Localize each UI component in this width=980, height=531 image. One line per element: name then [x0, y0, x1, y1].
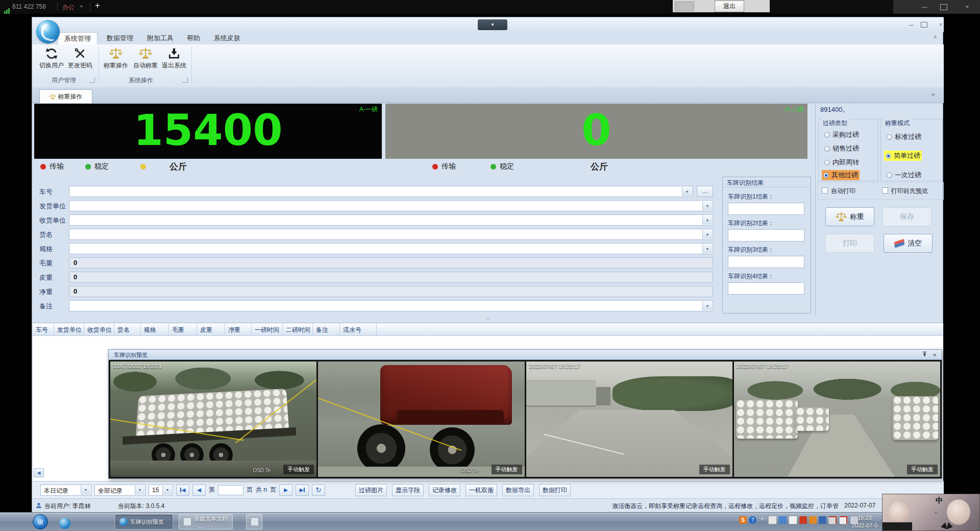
- preview-checkbox[interactable]: [882, 187, 888, 194]
- tray-window-icon[interactable]: [768, 516, 777, 524]
- plate-result-3-field[interactable]: [728, 256, 804, 268]
- tray-red-icon[interactable]: [799, 516, 807, 524]
- app-restore-icon[interactable]: [921, 22, 927, 28]
- goods-combo[interactable]: ▼: [69, 229, 713, 240]
- radio-simple-selected[interactable]: 简单过磅: [884, 151, 922, 161]
- clear-button[interactable]: 清空: [884, 234, 933, 253]
- radio-internal[interactable]: 内部周转: [823, 157, 861, 167]
- hscroll-left-button[interactable]: ◀: [34, 468, 44, 477]
- dropdown-arrow-icon[interactable]: ▼: [702, 230, 712, 239]
- manual-trigger-button[interactable]: 手动触发: [283, 465, 314, 474]
- plate-result-1-field[interactable]: [728, 203, 804, 215]
- col-net[interactable]: 净重: [225, 323, 252, 335]
- ribbon-collapse-icon[interactable]: ∧: [934, 34, 937, 39]
- dropdown-arrow-icon[interactable]: ▼: [702, 301, 712, 310]
- dropdown-arrow-icon[interactable]: ▼: [702, 215, 712, 225]
- camera-window-title[interactable]: 车牌识别预览: [109, 350, 942, 360]
- edit-record-button[interactable]: 记录修改: [429, 484, 460, 496]
- menu-tab-tools[interactable]: 附加工具: [142, 32, 178, 44]
- change-password-button[interactable]: 更改密码: [66, 46, 94, 76]
- auto-print-checkbox[interactable]: [822, 187, 828, 194]
- weigh-photos-button[interactable]: 过磅图片: [355, 484, 387, 496]
- app-minimize-icon[interactable]: —: [906, 21, 916, 29]
- next-page-button[interactable]: ▶: [279, 485, 292, 496]
- weigh-button[interactable]: 称重: [825, 207, 874, 226]
- range-filter-combo[interactable]: 本日记录 ▼: [40, 485, 91, 496]
- radio-standard[interactable]: 标准过磅: [885, 132, 923, 142]
- page-number-input[interactable]: [218, 485, 243, 495]
- radio-once[interactable]: 一次过磅: [885, 170, 923, 180]
- cloud-promo[interactable]: 激活衡器云，即刻享受称重记录远程查询，远程修改，远程定价，视频监控，订单管: [389, 502, 839, 511]
- tray-clock[interactable]: 15:23 2022-07-0: [848, 514, 881, 529]
- tray-qq-icon[interactable]: [819, 516, 826, 524]
- scope-filter-combo[interactable]: 全部记录 ▼: [94, 485, 145, 496]
- refresh-button[interactable]: ↻: [312, 485, 325, 496]
- remark-combo[interactable]: ▼: [69, 300, 713, 311]
- col-gross[interactable]: 毛重: [169, 323, 197, 335]
- ime-indicator[interactable]: 中: [936, 496, 943, 505]
- browser-icon[interactable]: [59, 518, 70, 529]
- col-plate[interactable]: 车号: [33, 323, 54, 335]
- tray-help-icon[interactable]: ?: [749, 516, 756, 524]
- tray-doc-icon[interactable]: [789, 516, 797, 524]
- remote-tab-close-icon[interactable]: ×: [80, 3, 83, 9]
- col-spec[interactable]: 规格: [141, 323, 169, 335]
- receiver-combo[interactable]: ▼: [69, 214, 713, 226]
- col-tare[interactable]: 皮重: [197, 323, 225, 335]
- sender-combo[interactable]: ▼: [69, 200, 713, 211]
- radio-purchase[interactable]: 采购过磅: [823, 130, 861, 140]
- menu-tab-system[interactable]: 系统管理: [58, 32, 97, 45]
- tray-blue-icon[interactable]: [779, 516, 787, 524]
- task-notepad[interactable]: 新建文本文档 - ...: [179, 514, 233, 529]
- manual-trigger-button[interactable]: 手动触发: [907, 465, 938, 474]
- spec-combo[interactable]: ▼: [69, 243, 713, 254]
- maximize-icon[interactable]: [940, 4, 947, 10]
- doc-tab-close-icon[interactable]: ×: [932, 91, 935, 98]
- first-page-button[interactable]: ◀: [176, 485, 189, 496]
- col-serial[interactable]: 流水号: [340, 323, 377, 335]
- col-goods[interactable]: 货名: [114, 323, 141, 335]
- task-doc[interactable]: [246, 514, 262, 529]
- tray-expand-icon[interactable]: ^: [758, 516, 766, 524]
- tray-flag-alert-icon[interactable]: [839, 516, 848, 524]
- page-size-combo[interactable]: 15 ▼: [149, 485, 173, 496]
- pin-icon[interactable]: [920, 351, 928, 358]
- col-time2[interactable]: 二磅时间: [283, 323, 313, 335]
- menu-tab-data[interactable]: 数据管理: [102, 32, 138, 44]
- radio-sale[interactable]: 销售过磅: [823, 143, 861, 154]
- dropdown-arrow-icon[interactable]: ▼: [81, 486, 90, 495]
- radio-other-selected[interactable]: 其他过磅: [822, 170, 860, 180]
- dropdown-arrow-icon[interactable]: ▼: [682, 187, 692, 196]
- prev-page-button[interactable]: ◀: [192, 485, 206, 496]
- col-time1[interactable]: 一磅时间: [252, 323, 283, 335]
- save-button[interactable]: 保存: [883, 207, 932, 226]
- dropdown-arrow-icon[interactable]: ▼: [702, 201, 712, 210]
- group-expander-icon[interactable]: [89, 77, 95, 83]
- minimize-icon[interactable]: —: [918, 3, 931, 11]
- dropdown-arrow-icon[interactable]: ▼: [162, 486, 172, 495]
- print-button[interactable]: 打印: [825, 234, 874, 253]
- exit-button[interactable]: 退出: [715, 1, 744, 12]
- plate-result-4-field[interactable]: [728, 282, 804, 295]
- print-data-button[interactable]: 数据打印: [539, 484, 571, 496]
- start-button[interactable]: ⊞: [33, 514, 48, 529]
- switch-user-button[interactable]: 切换用户: [38, 46, 65, 76]
- exit-system-button[interactable]: 退出系统: [161, 46, 187, 76]
- dropdown-arrow-icon[interactable]: ▼: [135, 486, 144, 495]
- col-remark[interactable]: 备注: [313, 323, 340, 335]
- tray-s-icon[interactable]: S: [739, 516, 747, 524]
- splitter-handle[interactable]: ⋯: [32, 316, 944, 323]
- manual-trigger-button[interactable]: 手动触发: [699, 465, 730, 474]
- plate-result-2-field[interactable]: [728, 229, 804, 242]
- col-receiver[interactable]: 收货单位: [84, 323, 114, 335]
- weigh-operation-button[interactable]: 称重操作: [102, 46, 130, 76]
- last-page-button[interactable]: ▶: [296, 485, 309, 496]
- task-camera-preview[interactable]: 车牌识别预览: [115, 514, 173, 529]
- group-expander-icon[interactable]: [182, 77, 188, 83]
- export-data-button[interactable]: 数据导出: [502, 484, 534, 496]
- show-fields-button[interactable]: 显示字段: [392, 484, 424, 496]
- menu-tab-help[interactable]: 帮助: [182, 32, 205, 44]
- tab-weigh-operation[interactable]: 称重操作: [39, 89, 92, 103]
- new-tab-button[interactable]: +: [95, 1, 100, 11]
- remote-tab[interactable]: 办公: [62, 3, 75, 12]
